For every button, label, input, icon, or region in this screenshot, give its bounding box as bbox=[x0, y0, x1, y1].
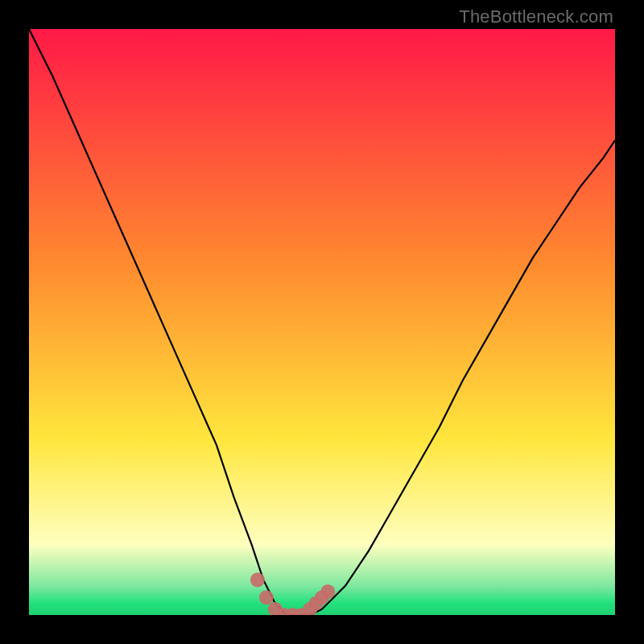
plot-area bbox=[29, 29, 615, 615]
gradient-background bbox=[29, 29, 615, 615]
bottleneck-chart bbox=[29, 29, 615, 615]
watermark-text: TheBottleneck.com bbox=[459, 6, 613, 27]
chart-frame: TheBottleneck.com bbox=[0, 0, 644, 644]
marker-dot bbox=[250, 572, 265, 587]
marker-dot bbox=[320, 584, 335, 599]
marker-dot bbox=[259, 590, 274, 605]
